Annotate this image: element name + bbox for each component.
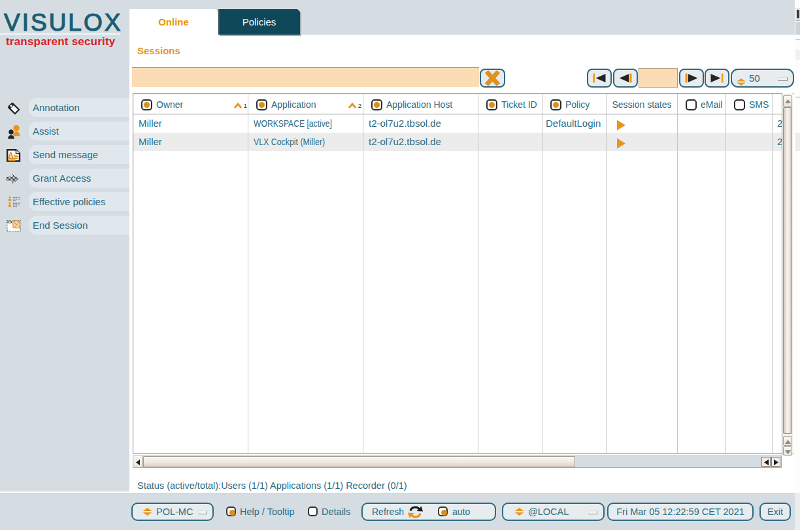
svg-text:A: A xyxy=(8,151,13,159)
